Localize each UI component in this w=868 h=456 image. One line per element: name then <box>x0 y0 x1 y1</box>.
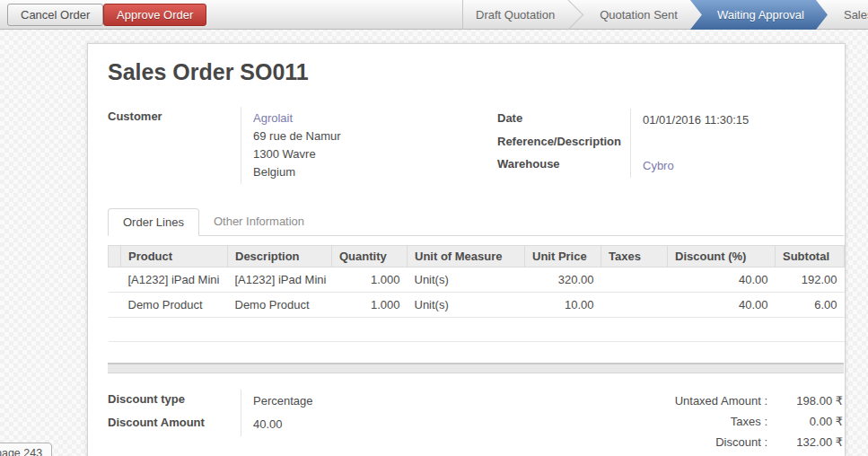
cell-product[interactable]: [A1232] iPad Mini <box>121 267 228 293</box>
cell-unit-of-measure[interactable]: Unit(s) <box>408 267 525 293</box>
order-info-field-group: Date 01/01/2016 11:30:15 Reference/Descr… <box>497 109 798 178</box>
discount-type-label: Discount type <box>108 390 241 413</box>
row-handle-column-header <box>109 246 121 267</box>
column-header-description[interactable]: Description <box>228 246 332 267</box>
table-horizontal-scrollbar[interactable] <box>108 363 844 373</box>
cell-discount[interactable]: 40.00 <box>668 293 776 318</box>
empty-table-row[interactable] <box>109 318 845 342</box>
cell-quantity[interactable]: 1.000 <box>332 267 408 293</box>
empty-table-row[interactable] <box>109 342 845 364</box>
customer-field-group: Customer Agrolait 69 rue de Namur 1300 W… <box>108 107 390 184</box>
row-handle <box>109 267 121 293</box>
discount-type-row: Discount type Percentage <box>108 390 390 413</box>
column-header-product[interactable]: Product <box>121 246 228 267</box>
reference-value[interactable] <box>630 132 798 154</box>
reference-label: Reference/Description <box>497 132 630 154</box>
column-header-unit-price[interactable]: Unit Price <box>525 246 601 267</box>
statusbar: Draft Quotation Quotation Sent Waiting A… <box>462 0 868 30</box>
table-row[interactable]: [A1232] iPad Mini [A1232] iPad Mini 1.00… <box>109 267 845 293</box>
customer-address-line3: Belgium <box>253 163 390 181</box>
customer-label: Customer <box>108 107 241 184</box>
discount-total-label: Discount : <box>543 432 767 452</box>
row-handle <box>109 293 121 318</box>
discount-amount-label: Discount Amount <box>108 413 241 436</box>
discount-total-value: 132.00 ₹ <box>767 432 843 452</box>
column-header-quantity[interactable]: Quantity <box>332 246 408 267</box>
reference-row: Reference/Description <box>497 132 798 154</box>
untaxed-amount-label: Untaxed Amount : <box>543 390 767 411</box>
table-header-row: Product Description Quantity Unit of Mea… <box>109 246 845 267</box>
warehouse-link[interactable]: Cybro <box>643 159 674 172</box>
status-step-sales-order[interactable]: Sales Order <box>828 0 868 30</box>
tab-other-information[interactable]: Other Information <box>199 208 319 235</box>
cell-description[interactable]: [A1232] iPad Mini <box>228 267 332 293</box>
customer-address-line1: 69 rue de Namur <box>253 127 390 145</box>
app-window: Cancel Order Approve Order Draft Quotati… <box>0 0 868 456</box>
taxes-label: Taxes : <box>543 411 767 432</box>
cell-discount[interactable]: 40.00 <box>668 267 776 293</box>
column-header-subtotal[interactable]: Subtotal <box>776 246 845 267</box>
column-header-unit-of-measure[interactable]: Unit of Measure <box>408 246 525 267</box>
cell-description[interactable]: Demo Product <box>228 293 332 318</box>
date-row: Date 01/01/2016 11:30:15 <box>497 109 798 132</box>
taxes-row: Taxes : 0.00 ₹ <box>543 411 843 432</box>
discount-field-group: Discount type Percentage Discount Amount… <box>108 390 390 436</box>
cell-subtotal[interactable]: 6.00 <box>776 293 845 318</box>
customer-link[interactable]: Agrolait <box>253 110 390 127</box>
status-step-draft-quotation[interactable]: Draft Quotation <box>463 0 567 30</box>
cell-unit-price[interactable]: 320.00 <box>525 267 601 293</box>
untaxed-amount-value: 198.00 ₹ <box>767 390 843 411</box>
taxes-value: 0.00 ₹ <box>767 411 843 432</box>
discount-amount-row: Discount Amount 40.00 <box>108 413 390 436</box>
column-header-taxes[interactable]: Taxes <box>601 246 668 267</box>
warehouse-label: Warehouse <box>497 154 630 178</box>
date-label: Date <box>497 109 630 132</box>
discount-type-value[interactable]: Percentage <box>241 390 390 413</box>
form-sheet: Sales Order SO011 Customer Agrolait 69 r… <box>87 43 846 456</box>
cell-unit-price[interactable]: 10.00 <box>525 293 601 318</box>
customer-row: Customer Agrolait 69 rue de Namur 1300 W… <box>108 107 390 184</box>
approve-order-button[interactable]: Approve Order <box>103 4 206 26</box>
order-lines-table: Product Description Quantity Unit of Mea… <box>108 245 844 364</box>
browser-link-hint: page 243 <box>0 443 52 456</box>
column-header-discount[interactable]: Discount (%) <box>668 246 776 267</box>
cell-unit-of-measure[interactable]: Unit(s) <box>408 293 525 318</box>
customer-address-line2: 1300 Wavre <box>253 145 390 163</box>
discount-amount-value[interactable]: 40.00 <box>241 413 390 436</box>
status-step-quotation-sent[interactable]: Quotation Sent <box>587 0 690 30</box>
cell-product[interactable]: Demo Product <box>121 293 228 318</box>
page-title: Sales Order SO011 <box>108 59 309 85</box>
table-row[interactable]: Demo Product Demo Product 1.000 Unit(s) … <box>109 293 845 318</box>
cancel-order-button[interactable]: Cancel Order <box>7 4 103 26</box>
untaxed-amount-row: Untaxed Amount : 198.00 ₹ <box>543 390 843 411</box>
cell-subtotal[interactable]: 192.00 <box>776 267 845 293</box>
warehouse-value: Cybro <box>630 154 798 178</box>
date-value[interactable]: 01/01/2016 11:30:15 <box>630 109 798 132</box>
toolbar: Cancel Order Approve Order Draft Quotati… <box>0 0 868 30</box>
chevron-separator-icon <box>567 0 587 30</box>
cell-taxes[interactable] <box>601 267 668 293</box>
warehouse-row: Warehouse Cybro <box>497 154 798 178</box>
notebook-tabs: Order Lines Other Information <box>108 208 844 236</box>
totals-block: Untaxed Amount : 198.00 ₹ Taxes : 0.00 ₹… <box>543 390 843 452</box>
cell-taxes[interactable] <box>601 293 668 318</box>
customer-value: Agrolait 69 rue de Namur 1300 Wavre Belg… <box>241 107 390 184</box>
cell-quantity[interactable]: 1.000 <box>332 293 408 318</box>
discount-total-row: Discount : 132.00 ₹ <box>543 432 843 452</box>
tab-order-lines[interactable]: Order Lines <box>108 208 199 236</box>
status-step-waiting-approval[interactable]: Waiting Approval <box>690 0 828 30</box>
